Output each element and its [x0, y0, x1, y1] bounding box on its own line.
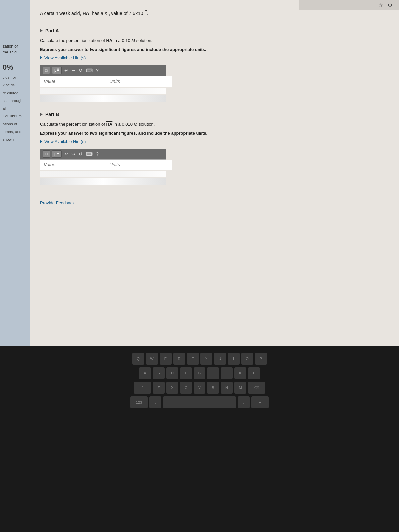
key-a[interactable]: A	[139, 367, 151, 379]
part-a-hints[interactable]: View Available Hint(s)	[40, 55, 386, 60]
settings-icon[interactable]: ⚙	[388, 2, 392, 8]
part-b-format-btn[interactable]: □	[43, 150, 50, 158]
key-f[interactable]: F	[180, 367, 192, 379]
key-d[interactable]: D	[166, 367, 178, 379]
part-b-toolbar: □ μÅ ↩ ↪ ↺ ⌨ ?	[40, 149, 166, 159]
part-a-units-input[interactable]	[106, 76, 172, 87]
key-c[interactable]: C	[180, 382, 192, 394]
part-b-description: Calculate the percent ionization of HA i…	[40, 121, 386, 128]
part-a-answer-area	[40, 76, 166, 87]
sidebar-percent: 0%	[3, 62, 27, 73]
sidebar: zation of the acid 0% cids, for k acids,…	[0, 0, 30, 349]
sidebar-item-5: al	[3, 106, 27, 111]
key-l[interactable]: L	[248, 367, 260, 379]
part-a-format-btn[interactable]: □	[43, 67, 50, 74]
sidebar-item-8: lumns, and	[3, 129, 27, 135]
part-a-description: Calculate the percent ionization of HA i…	[40, 37, 386, 44]
key-x[interactable]: X	[166, 382, 178, 394]
key-b[interactable]: B	[207, 382, 219, 394]
sidebar-item-1: cids, for	[3, 75, 27, 80]
part-b-redacted-bar	[40, 178, 166, 185]
hints-triangle-b	[40, 140, 42, 143]
sidebar-item-6: Equilibrium	[3, 113, 27, 119]
part-a-question-icon[interactable]: ?	[96, 68, 99, 73]
key-row-3: ⇧ Z X C V B N M ⌫	[3, 382, 396, 394]
part-a-label: Part A	[45, 28, 59, 33]
key-backspace[interactable]: ⌫	[248, 382, 265, 394]
part-b-header[interactable]: Part B	[40, 112, 386, 117]
key-u[interactable]: U	[214, 353, 226, 365]
part-a-keyboard-icon[interactable]: ⌨	[85, 67, 93, 74]
key-r[interactable]: R	[173, 353, 185, 365]
key-row-1: Q W E R T Y U I O P	[3, 353, 396, 365]
key-row-2: A S D F G H J K L	[3, 367, 396, 379]
sidebar-zation: zation of the acid	[3, 43, 27, 55]
sidebar-item-4: s is through	[3, 98, 27, 104]
key-y[interactable]: Y	[200, 353, 212, 365]
keyboard-keys: Q W E R T Y U I O P A S D F G H J K L ⇧ …	[0, 346, 399, 418]
part-a-value-input[interactable]	[40, 76, 106, 87]
key-w[interactable]: W	[146, 353, 158, 365]
part-b-question-icon[interactable]: ?	[96, 151, 99, 157]
key-return[interactable]: ↵	[251, 396, 269, 408]
key-v[interactable]: V	[194, 382, 205, 394]
part-b-hints[interactable]: View Available Hint(s)	[40, 139, 386, 144]
key-t[interactable]: T	[187, 353, 199, 365]
top-bar: ☆ ⚙	[299, 0, 399, 10]
part-b-mu-btn[interactable]: μÅ	[52, 150, 62, 158]
key-123[interactable]: 123	[130, 396, 148, 408]
key-space[interactable]	[163, 396, 236, 408]
key-i[interactable]: I	[228, 353, 240, 365]
hints-triangle-a	[40, 56, 42, 59]
part-a-refresh-icon[interactable]: ↺	[78, 67, 83, 74]
part-b-keyboard-icon[interactable]: ⌨	[85, 151, 93, 157]
keyboard: Q W E R T Y U I O P A S D F G H J K L ⇧ …	[0, 346, 399, 532]
part-b-value-input[interactable]	[40, 160, 106, 170]
part-a-redacted-bar	[40, 95, 166, 102]
part-a-section: Part A Calculate the percent ionization …	[40, 28, 386, 101]
part-b-refresh-icon[interactable]: ↺	[78, 151, 83, 157]
star-icon[interactable]: ☆	[378, 2, 383, 8]
part-b-species: HA	[106, 122, 112, 127]
key-period[interactable]: .	[238, 396, 250, 408]
sidebar-item-7: ations of	[3, 121, 27, 127]
screen: ☆ ⚙ zation of the acid 0% cids, for k ac…	[0, 0, 399, 349]
part-a-mu-btn[interactable]: μÅ	[52, 67, 62, 74]
key-z[interactable]: Z	[153, 382, 165, 394]
sidebar-item-3: re diluted	[3, 90, 27, 96]
key-g[interactable]: G	[194, 367, 205, 379]
part-b-units-input[interactable]	[106, 160, 172, 170]
part-b-triangle	[40, 113, 43, 116]
feedback-link[interactable]: Provide Feedback	[40, 200, 75, 205]
sidebar-line2: the acid	[3, 49, 27, 55]
part-a-triangle	[40, 29, 43, 32]
part-b-redacted	[40, 171, 166, 177]
key-shift[interactable]: ⇧	[134, 382, 151, 394]
sidebar-line1: zation of	[3, 43, 27, 49]
key-s[interactable]: S	[153, 367, 165, 379]
part-a-header[interactable]: Part A	[40, 28, 386, 33]
key-k[interactable]: K	[234, 367, 246, 379]
key-e[interactable]: E	[160, 353, 172, 365]
key-o[interactable]: O	[241, 353, 253, 365]
part-a-hints-label: View Available Hint(s)	[44, 55, 86, 60]
part-b-answer-area	[40, 159, 166, 170]
sidebar-item-2: k acids,	[3, 82, 27, 88]
key-n[interactable]: N	[221, 382, 233, 394]
part-b-section: Part B Calculate the percent ionization …	[40, 112, 386, 185]
part-b-express: Express your answer to two significant f…	[40, 130, 386, 137]
key-h[interactable]: H	[207, 367, 219, 379]
part-b-answer-container: □ μÅ ↩ ↪ ↺ ⌨ ?	[40, 149, 386, 185]
part-b-hints-label: View Available Hint(s)	[44, 139, 86, 144]
part-b-redo-icon[interactable]: ↪	[71, 151, 76, 157]
key-q[interactable]: Q	[132, 353, 144, 365]
part-b-label: Part B	[45, 112, 59, 117]
key-j[interactable]: J	[221, 367, 233, 379]
key-comma[interactable]: ,	[149, 396, 161, 408]
part-a-species: HA	[106, 38, 112, 43]
part-a-redo-icon[interactable]: ↪	[71, 67, 76, 74]
key-m[interactable]: M	[234, 382, 246, 394]
part-a-undo-icon[interactable]: ↩	[64, 67, 69, 74]
key-p[interactable]: P	[255, 353, 267, 365]
part-b-undo-icon[interactable]: ↩	[64, 151, 69, 157]
